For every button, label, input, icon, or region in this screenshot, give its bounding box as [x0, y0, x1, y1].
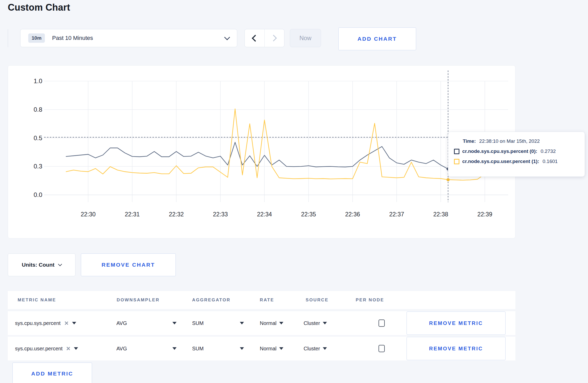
units-dropdown[interactable]: Units: Count — [8, 253, 75, 276]
metrics-table-header: METRIC NAME DOWNSAMPLER AGGREGATOR RATE … — [8, 291, 515, 309]
source-value: Cluster — [304, 320, 320, 326]
series-line — [66, 142, 500, 169]
remove-metric-button[interactable]: REMOVE METRIC — [407, 337, 506, 360]
clear-metric-icon[interactable] — [64, 321, 68, 325]
caret-down-icon — [172, 347, 177, 350]
source-select[interactable]: Cluster — [304, 337, 327, 360]
y-axis-tick-label: 0.5 — [34, 134, 42, 141]
timeseries-chart[interactable]: 22:3022:3122:3222:3322:3422:3522:3622:37… — [8, 65, 515, 238]
metric-name-value: sys.cpu.user.percent — [15, 346, 62, 352]
x-axis-tick-label: 22:39 — [477, 211, 492, 218]
aggregator-select[interactable]: SUM — [192, 311, 244, 335]
toolbar-divider — [8, 29, 8, 47]
source-select[interactable]: Cluster — [304, 311, 327, 335]
x-axis-tick-label: 22:32 — [169, 211, 184, 218]
col-header-aggregator: AGGREGATOR — [192, 291, 230, 309]
tooltip-series-label: cr.node.sys.cpu.sys.percent (0): — [462, 148, 537, 154]
caret-down-icon — [323, 347, 327, 350]
downsampler-select[interactable]: AVG — [116, 311, 177, 335]
aggregator-value: SUM — [192, 346, 204, 352]
x-axis-tick-label: 22:30 — [81, 211, 96, 218]
sys-series-swatch-icon — [454, 149, 459, 154]
caret-down-icon — [72, 322, 76, 324]
series-line — [66, 109, 500, 180]
col-header-metric-name: METRIC NAME — [18, 291, 56, 309]
caret-down-icon — [279, 347, 283, 350]
add-metric-button[interactable]: ADD METRIC — [12, 363, 92, 383]
y-axis-tick-label: 0.8 — [34, 106, 42, 113]
caret-down-icon — [172, 322, 177, 324]
tooltip-series-label: cr.node.sys.cpu.user.percent (1): — [462, 159, 539, 164]
tooltip-time-value: 22:38:10 on Mar 15th, 2022 — [479, 138, 540, 144]
caret-down-icon — [240, 347, 244, 350]
col-header-rate: RATE — [260, 291, 274, 309]
aggregator-select[interactable]: SUM — [192, 337, 244, 360]
tooltip-series-row: cr.node.sys.cpu.sys.percent (0): 0.2732 — [454, 148, 579, 154]
rate-value: Normal — [260, 320, 276, 326]
per-node-checkbox[interactable] — [379, 320, 385, 327]
y-axis-tick-label: 0.0 — [34, 191, 42, 198]
y-axis-tick-label: 1.0 — [34, 77, 42, 84]
chevron-down-icon — [224, 34, 230, 40]
metric-name-select[interactable]: sys.cpu.sys.percent — [15, 311, 76, 335]
tooltip-time-row: Time: 22:38:10 on Mar 15th, 2022 — [454, 138, 579, 144]
per-node-checkbox[interactable] — [379, 345, 385, 352]
metric-name-value: sys.cpu.sys.percent — [15, 320, 61, 326]
units-label: Units: Count — [22, 262, 54, 268]
per-node-cell — [379, 337, 385, 360]
hover-dot — [446, 178, 450, 181]
x-axis-tick-label: 22:34 — [257, 211, 272, 218]
metric-row: sys.cpu.sys.percent AVG SUM Normal Clust… — [8, 311, 515, 335]
chart-tooltip: Time: 22:38:10 on Mar 15th, 2022 cr.node… — [448, 132, 585, 177]
chevron-left-icon — [252, 35, 259, 42]
source-value: Cluster — [304, 346, 320, 352]
clear-metric-icon[interactable] — [66, 346, 70, 351]
tooltip-time-label: Time: — [463, 138, 476, 144]
aggregator-value: SUM — [192, 320, 204, 326]
chevron-right-icon — [270, 35, 277, 41]
remove-metric-button[interactable]: REMOVE METRIC — [407, 311, 506, 335]
x-axis-tick-label: 22:37 — [389, 211, 404, 218]
col-header-source: SOURCE — [306, 291, 328, 309]
caret-down-icon — [74, 347, 78, 350]
rate-select[interactable]: Normal — [260, 311, 283, 335]
col-header-downsampler: DOWNSAMPLER — [117, 291, 160, 309]
tooltip-series-row: cr.node.sys.cpu.user.percent (1): 0.1601 — [454, 159, 579, 164]
x-axis-tick-label: 22:35 — [301, 211, 316, 218]
x-axis-tick-label: 22:31 — [125, 211, 140, 218]
x-axis-tick-label: 22:33 — [213, 211, 228, 218]
time-range-label: Past 10 Minutes — [52, 35, 93, 41]
rate-select[interactable]: Normal — [260, 337, 283, 360]
prev-time-button[interactable] — [245, 29, 264, 47]
x-axis-tick-label: 22:38 — [433, 211, 448, 218]
downsampler-value: AVG — [116, 346, 127, 352]
next-time-button[interactable] — [264, 29, 284, 47]
time-range-badge: 10m — [28, 33, 45, 43]
time-pager — [244, 29, 284, 47]
time-range-dropdown[interactable]: 10m Past 10 Minutes — [20, 29, 237, 47]
caret-down-icon — [240, 322, 244, 324]
caret-down-icon — [323, 322, 327, 324]
remove-chart-button[interactable]: REMOVE CHART — [81, 253, 176, 276]
now-button[interactable]: Now — [290, 29, 321, 47]
x-axis-tick-label: 22:36 — [345, 211, 360, 218]
metric-name-select[interactable]: sys.cpu.user.percent — [15, 337, 78, 360]
user-series-swatch-icon — [454, 159, 459, 164]
tooltip-series-value: 0.1601 — [543, 159, 558, 164]
page-title: Custom Chart — [8, 2, 70, 13]
rate-value: Normal — [260, 346, 276, 352]
per-node-cell — [379, 311, 385, 335]
downsampler-value: AVG — [116, 320, 127, 326]
y-axis-tick-label: 0.3 — [34, 163, 42, 170]
col-header-per-node: PER NODE — [356, 291, 384, 309]
chevron-down-icon — [58, 262, 62, 266]
caret-down-icon — [279, 322, 283, 324]
metric-row: sys.cpu.user.percent AVG SUM Normal Clus… — [8, 337, 515, 360]
downsampler-select[interactable]: AVG — [116, 337, 177, 360]
add-chart-button[interactable]: ADD CHART — [338, 27, 416, 50]
tooltip-series-value: 0.2732 — [541, 148, 556, 154]
